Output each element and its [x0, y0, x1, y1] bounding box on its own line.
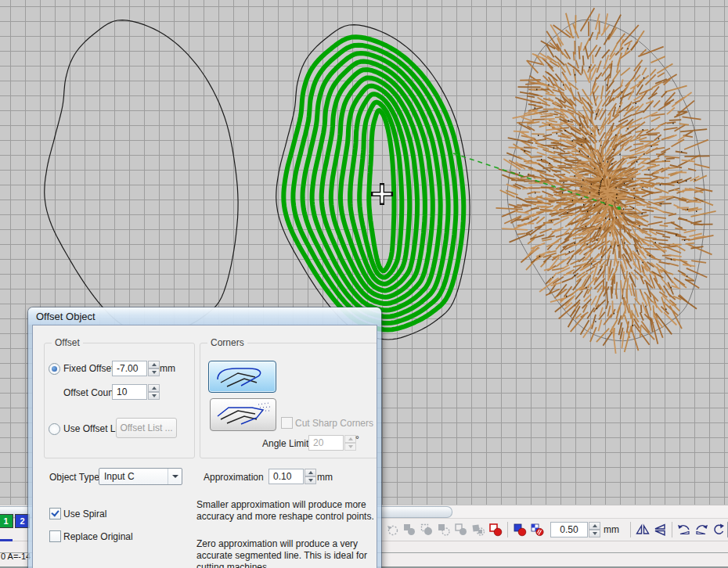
- use-offset-list-radio[interactable]: [49, 423, 60, 435]
- rounded-corners-icon: [211, 364, 273, 390]
- dialog-titlebar[interactable]: Offset Object: [28, 307, 381, 325]
- combine-disabled-icon: [452, 521, 470, 538]
- use-spiral-checkbox[interactable]: [49, 508, 61, 519]
- mirror-vertical-icon[interactable]: [651, 521, 669, 538]
- remove-overlaps-icon[interactable]: [487, 521, 504, 538]
- angle-limit-spinner: 20: [308, 435, 356, 451]
- reset-rotation-icon[interactable]: [710, 521, 727, 538]
- toolbar-separator: [507, 522, 508, 537]
- outline-shape[interactable]: [45, 20, 238, 335]
- approximation-label: Approximation: [204, 472, 264, 483]
- offset-count-arrows[interactable]: [148, 384, 160, 400]
- approximation-arrows[interactable]: [305, 469, 316, 484]
- approximation-note-2: Zero approximation will produce a very a…: [196, 538, 377, 568]
- object-type-value: Input C: [99, 471, 168, 482]
- replace-original-checkbox[interactable]: [49, 530, 61, 542]
- rounded-corners-button[interactable]: [208, 361, 276, 393]
- sharp-corners-button[interactable]: [210, 398, 276, 431]
- approximation-value[interactable]: 0.10: [268, 469, 304, 484]
- fixed-offset-label: Fixed Offset: [63, 363, 114, 374]
- offset-count-spinner[interactable]: 10: [112, 384, 160, 400]
- offset-distance-spinner[interactable]: 0.50 mm: [550, 522, 619, 537]
- intersect-disabled-icon: [418, 521, 435, 538]
- exclude-disabled-icon: [435, 521, 452, 538]
- offset-list-button: Offset List ...: [116, 418, 177, 438]
- stitched-shape[interactable]: [496, 8, 716, 354]
- offset-object-dialog: Offset Object Offset Fixed Offset -7.00 …: [28, 307, 381, 568]
- chevron-down-icon[interactable]: [168, 469, 182, 484]
- application-window: 0.50 mm 0 1 2 0 A=-14: [0, 0, 728, 568]
- fixed-offset-spinner[interactable]: -7.00: [112, 361, 160, 376]
- replace-original-label: Replace Original: [63, 531, 133, 542]
- travel-run-endpoint: [618, 207, 621, 210]
- fixed-offset-unit: mm: [160, 363, 175, 374]
- offset-count-value[interactable]: 10: [112, 384, 147, 400]
- offset-distance-unit: mm: [604, 524, 619, 535]
- angle-limit-arrows: [344, 435, 356, 451]
- cut-sharp-corners-label: Cut Sharp Corners: [295, 418, 373, 429]
- current-color-underline: [0, 539, 13, 541]
- corners-group-label: Corners: [207, 337, 247, 348]
- dialog-body: Offset Fixed Offset -7.00 mm Offset Coun…: [32, 325, 377, 568]
- pattern-fill-icon[interactable]: [528, 521, 546, 538]
- approximation-unit: mm: [317, 472, 333, 483]
- toolbar-separator: [672, 522, 672, 537]
- fixed-offset-arrows[interactable]: [148, 361, 160, 376]
- mirror-horizontal-icon[interactable]: [634, 521, 651, 538]
- approximation-spinner[interactable]: 0.10: [268, 469, 316, 484]
- offset-count-label: Offset Count: [63, 387, 116, 398]
- weld-disabled-icon: [401, 521, 418, 538]
- angle-limit-value: 20: [308, 435, 344, 451]
- cursor-cross: [373, 185, 391, 203]
- rotate-cw-icon[interactable]: [693, 521, 710, 538]
- angle-limit-unit: °: [355, 434, 359, 445]
- object-type-label: Object Type: [49, 472, 99, 483]
- offset-group-label: Offset: [52, 337, 83, 348]
- sharp-corners-icon: [213, 401, 273, 428]
- palette-chip-1[interactable]: 1: [0, 514, 13, 528]
- approximation-note-1: Smaller approximation will produce more …: [196, 499, 377, 523]
- use-spiral-label: Use Spiral: [63, 509, 106, 519]
- offset-spiral-shape[interactable]: [276, 25, 470, 340]
- fuse-objects-icon[interactable]: [511, 521, 528, 538]
- color-palette-cluster: 1 2 0 A=-14: [0, 514, 31, 568]
- rotate-ccw-icon[interactable]: [676, 521, 693, 538]
- toolbar-separator: [630, 522, 631, 537]
- trim-disabled-icon: [384, 521, 401, 538]
- status-readout: 0 A=-14: [1, 552, 31, 561]
- angle-limit-label: Angle Limit: [262, 438, 308, 449]
- cut-sharp-corners-checkbox: [281, 417, 293, 429]
- offset-distance-arrows[interactable]: [589, 522, 600, 537]
- object-type-dropdown[interactable]: Input C: [99, 468, 182, 485]
- dialog-title-text: Offset Object: [36, 311, 96, 322]
- fixed-offset-value[interactable]: -7.00: [112, 361, 147, 376]
- fixed-offset-radio[interactable]: [49, 363, 60, 375]
- fragment-disabled-icon: [470, 521, 487, 538]
- offset-distance-value[interactable]: 0.50: [550, 522, 588, 537]
